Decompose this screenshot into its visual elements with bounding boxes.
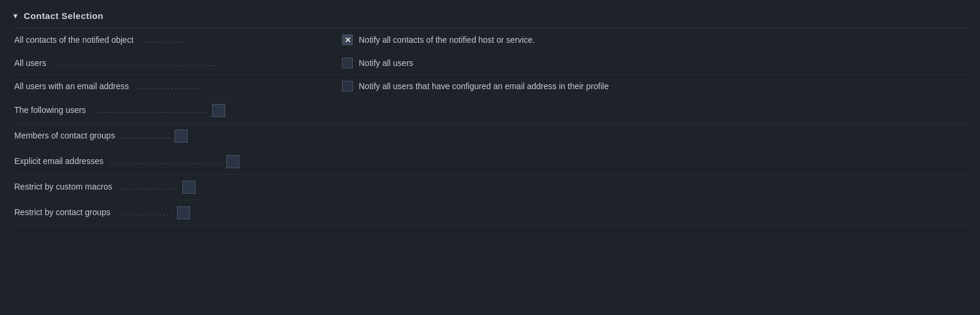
inline-checkbox-explicit-email[interactable] [226,155,239,168]
label-cell-members-contact-groups: Members of contact groups .............. [12,124,333,149]
row-label-all-users-email: All users with an email address [14,81,129,91]
table-row: All users ..............................… [12,52,968,75]
row-label-following-users: The following users [14,105,86,115]
row-label-restrict-custom-macros: Restrict by custom macros [14,182,112,191]
table-row: Explicit email addresses ...............… [12,149,968,175]
label-cell-all-users: All users ..............................… [12,52,333,75]
dots-all-users: ........................................… [50,58,222,68]
dots-following-users: ................................. [90,105,208,115]
inline-checkbox-restrict-contact-groups[interactable] [177,206,190,219]
contact-selection-panel: ▼ Contact Selection All contacts of the … [0,0,980,232]
control-cell-all-users: Notify all users [333,52,968,75]
table-row: Members of contact groups .............. [12,124,968,149]
checkbox-row-all-contacts: ✕Notify all contacts of the notified hos… [342,34,962,45]
control-cell-explicit-email [333,149,968,175]
checkbox-all-users[interactable] [342,58,353,68]
inline-checkbox-members-contact-groups[interactable] [175,130,188,143]
table-row: The following users ....................… [12,98,968,124]
row-label-members-contact-groups: Members of contact groups [14,131,115,140]
label-cell-restrict-custom-macros: Restrict by custom macros ..............… [12,175,333,200]
check-mark-all-contacts: ✕ [344,36,351,44]
dots-all-users-email: ................... [132,81,203,91]
dots-explicit-email: ................................ [107,156,222,166]
table-row: All users with an email address ........… [12,75,968,98]
row-label-all-contacts: All contacts of the notified object [14,35,134,45]
control-cell-all-contacts: ✕Notify all contacts of the notified hos… [333,29,968,52]
dots-members-contact-groups: .............. [119,131,171,140]
table-row: Restrict by custom macros ..............… [12,175,968,200]
dots-restrict-custom-macros: ................. [116,182,179,191]
row-label-explicit-email: Explicit email addresses [14,156,103,166]
description-all-users-email: Notify all users that have configured an… [359,81,609,91]
control-cell-members-contact-groups [333,124,968,149]
control-cell-all-users-email: Notify all users that have configured an… [333,75,968,98]
table-row: Restrict by contact groups .............… [12,200,968,226]
control-cell-restrict-custom-macros [333,175,968,200]
section-title: Contact Selection [24,11,103,21]
label-cell-all-users-email: All users with an email address ........… [12,75,333,98]
label-cell-explicit-email: Explicit email addresses ...............… [12,149,333,175]
label-cell-restrict-contact-groups: Restrict by contact groups .............… [12,200,333,226]
checkbox-row-all-users: Notify all users [342,58,962,68]
checkbox-all-contacts[interactable]: ✕ [342,34,353,45]
inline-checkbox-following-users[interactable] [212,104,225,117]
checkbox-all-users-email[interactable] [342,81,353,92]
section-header: ▼ Contact Selection [12,6,968,29]
collapse-icon[interactable]: ▼ [12,12,19,20]
dots-all-contacts: ............. [137,35,186,45]
description-all-contacts: Notify all contacts of the notified host… [359,35,535,45]
row-label-restrict-contact-groups: Restrict by contact groups [14,207,110,217]
description-all-users: Notify all users [359,58,413,68]
row-label-all-users: All users [14,58,46,68]
settings-table: All contacts of the notified object ....… [12,29,968,226]
control-cell-restrict-contact-groups [333,200,968,226]
checkbox-row-all-users-email: Notify all users that have configured an… [342,81,962,92]
dots-restrict-contact-groups: ................ [114,207,173,217]
control-cell-following-users [333,98,968,124]
inline-checkbox-restrict-custom-macros[interactable] [182,181,195,194]
label-cell-all-contacts: All contacts of the notified object ....… [12,29,333,52]
table-row: All contacts of the notified object ....… [12,29,968,52]
label-cell-following-users: The following users ....................… [12,98,333,124]
